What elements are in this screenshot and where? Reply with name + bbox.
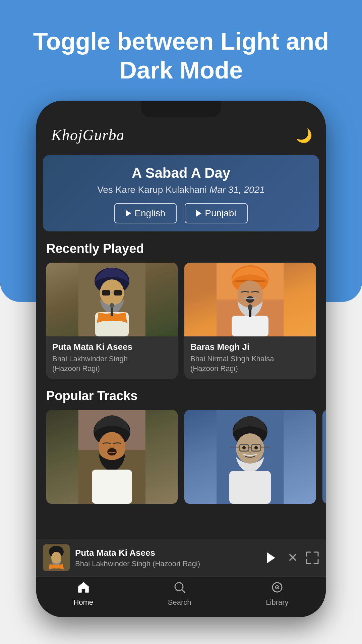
now-playing-bar[interactable]: Puta Mata Ki Asees Bhai Lakhwinder Singh… [36,539,326,577]
svg-rect-5 [114,290,122,296]
english-play-button[interactable]: English [114,203,177,223]
svg-point-43 [277,587,278,588]
nav-home[interactable]: Home [73,581,93,607]
svg-point-34 [254,446,258,449]
now-playing-controls: ✕ [263,549,319,566]
sabad-section-title: A Sabad A Day [132,165,230,181]
now-playing-title: Puta Mata Ki Asees [75,548,257,558]
now-playing-thumb [43,544,70,571]
svg-point-23 [107,448,117,455]
recently-played-header: Recently Played [36,231,326,263]
app-logo: KhojGurbani [50,124,123,148]
now-playing-close-button[interactable]: ✕ [288,552,298,564]
popular-track-thumb-2 [184,410,316,504]
now-playing-artist: Bhai Lakhwinder Singh (Hazoori Ragi) [75,559,257,568]
play-icon-punjabi [196,210,201,217]
phone-notch [141,101,221,117]
track-card-1[interactable]: Puta Mata Ki Asees Bhai Lakhwinder Singh… [46,263,178,379]
home-label: Home [73,598,93,607]
popular-tracks-grid [36,410,326,504]
punjabi-play-button[interactable]: Punjabi [185,203,247,223]
track-name-1: Puta Mata Ki Asees [52,342,172,352]
play-icon [267,552,275,563]
nav-search[interactable]: Search [168,581,191,607]
track-thumb-1 [46,263,178,336]
popular-track-card-2[interactable] [184,410,316,504]
track-info-1: Puta Mata Ki Asees Bhai Lakhwinder Singh… [46,336,178,379]
search-icon [174,581,186,596]
english-label: English [134,208,165,219]
svg-point-33 [242,446,246,449]
popular-track-thumb-1 [46,410,178,504]
page: Toggle between Light and Dark Mode KhojG… [0,0,362,644]
popular-track-card-1[interactable] [46,410,178,504]
inner-scroll: A Sabad A Day Ves Kare Karup Kulakhani M… [36,155,326,507]
sabad-subtitle: Ves Kare Karup Kulakhani Mar 31, 2021 [97,184,265,195]
svg-rect-4 [102,290,110,296]
nav-library[interactable]: Library [266,581,288,607]
track-card-2[interactable]: Baras Megh Ji Bhai Nirmal Singh Khalsa(H… [184,263,316,379]
phone-screen: KhojGurbani 🌙 A Sabad A Day Ves Kare Kar… [36,101,326,617]
now-playing-info: Puta Mata Ki Asees Bhai Lakhwinder Singh… [75,548,257,568]
popular-track-card-3-partial [322,410,326,504]
recently-played-grid: Puta Mata Ki Asees Bhai Lakhwinder Singh… [36,263,326,379]
now-playing-play-button[interactable] [263,549,280,566]
moon-icon[interactable]: 🌙 [296,128,312,145]
library-label: Library [266,598,288,607]
promo-title: Toggle between Light and Dark Mode [0,27,362,85]
phone-mockup: KhojGurbani 🌙 A Sabad A Day Ves Kare Kar… [36,101,326,617]
sabad-banner: A Sabad A Day Ves Kare Karup Kulakhani M… [43,155,319,231]
library-icon [271,581,283,596]
svg-point-15 [246,296,254,303]
bottom-nav: Home Search [36,577,326,617]
sabad-subtitle-date: Mar 31, 2021 [209,184,265,195]
svg-rect-35 [229,471,271,504]
svg-line-40 [182,590,185,592]
now-playing-expand-button[interactable] [306,551,319,565]
svg-point-18 [248,304,252,310]
sabad-subtitle-text: Ves Kare Karup Kulakhani [97,184,207,195]
track-thumb-2 [184,263,316,336]
home-icon [77,581,89,596]
svg-rect-24 [92,470,132,504]
track-artist-1: Bhai Lakhwinder Singh(Hazoori Ragi) [52,354,172,373]
svg-text:KhojGurbani: KhojGurbani [51,126,123,144]
popular-tracks-header: Popular Tracks [36,379,326,410]
svg-point-9 [110,303,114,308]
svg-rect-16 [232,316,268,336]
sabad-buttons: English Punjabi [114,203,247,223]
track-info-2: Baras Megh Ji Bhai Nirmal Singh Khalsa(H… [184,336,316,379]
play-icon-english [126,210,131,217]
svg-point-27 [236,433,264,464]
svg-point-39 [175,583,183,591]
punjabi-label: Punjabi [205,208,236,219]
app-header: KhojGurbani 🌙 [36,121,326,155]
search-label: Search [168,598,191,607]
track-name-2: Baras Megh Ji [190,342,310,352]
track-artist-2: Bhai Nirmal Singh Khalsa(Hazoori Ragi) [190,354,310,373]
